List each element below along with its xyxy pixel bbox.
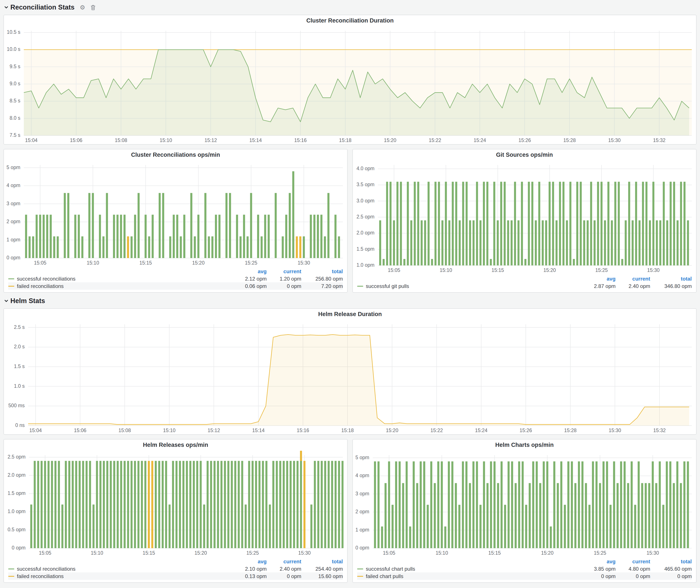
chevron-down-icon[interactable]	[4, 300, 8, 302]
legend-column-total[interactable]: total	[301, 558, 343, 564]
legend-stat-value: 2.10 opm	[232, 566, 267, 572]
panel-title[interactable]: Helm Charts ops/min	[353, 439, 696, 451]
svg-text:15:10: 15:10	[435, 550, 448, 556]
legend-series-label[interactable]: successful chart pulls	[357, 566, 581, 572]
legend-stat-value: 7.20 opm	[301, 283, 343, 289]
legend-stat-value: 0 opm	[616, 573, 650, 579]
svg-text:2.5 s: 2.5 s	[14, 324, 25, 330]
svg-text:0 opm: 0 opm	[6, 255, 20, 260]
legend-series-label[interactable]: successful git pulls	[357, 283, 581, 289]
svg-text:15:12: 15:12	[205, 137, 217, 143]
panel-title[interactable]: Helm Release Duration	[4, 309, 696, 320]
section-title[interactable]: Helm Stats	[10, 297, 45, 305]
svg-text:15:16: 15:16	[294, 137, 307, 143]
legend-header: avgcurrenttotal	[8, 268, 343, 275]
legend-column-avg[interactable]: avg	[581, 558, 616, 564]
panel-cluster-reconciliations-opm: Cluster Reconciliations ops/min 0 opm1 o…	[3, 149, 348, 293]
legend-stat-value: 4.80 opm	[616, 566, 650, 572]
helm-release-duration-chart[interactable]: 0 ns500 ms1.0 s1.5 s2.0 s2.5 s15:0415:06…	[4, 320, 696, 434]
svg-text:15:25: 15:25	[595, 267, 608, 273]
legend-column-avg[interactable]: avg	[232, 268, 267, 274]
svg-text:15:14: 15:14	[249, 137, 262, 143]
svg-text:2.0 opm: 2.0 opm	[356, 230, 374, 236]
legend-stat-value: 256.80 opm	[301, 276, 343, 282]
svg-text:15:25: 15:25	[594, 550, 606, 556]
series-color-dash-icon	[357, 568, 363, 569]
svg-text:3.0 opm: 3.0 opm	[356, 198, 374, 204]
svg-text:15:10: 15:10	[160, 137, 172, 143]
svg-text:2.5 opm: 2.5 opm	[8, 454, 26, 460]
svg-text:15:10: 15:10	[163, 428, 176, 433]
svg-text:15:20: 15:20	[541, 550, 554, 556]
svg-text:15:18: 15:18	[341, 428, 354, 433]
legend-series-label[interactable]: successful reconciliations	[8, 276, 232, 282]
svg-text:1 opm: 1 opm	[6, 237, 20, 242]
svg-text:2.0 s: 2.0 s	[14, 344, 25, 349]
cluster-reconciliations-opm-chart[interactable]: 0 opm1 opm2 opm3 opm4 opm5 opm15:0515:10…	[4, 161, 347, 267]
legend-stat-value: 2.40 opm	[267, 566, 301, 572]
legend: avgcurrenttotalsuccessful git pulls2.87 …	[353, 274, 696, 292]
trash-icon[interactable]	[90, 5, 95, 10]
section-helm-stats: Helm Stats	[4, 296, 697, 306]
legend-stat-value: 0.06 opm	[232, 283, 267, 289]
svg-text:15:30: 15:30	[647, 550, 659, 556]
panel-helm-release-duration: Helm Release Duration 0 ns500 ms1.0 s1.5…	[3, 308, 697, 435]
svg-text:10.0 s: 10.0 s	[7, 46, 20, 52]
svg-text:15:32: 15:32	[653, 137, 666, 143]
legend-series-label[interactable]: failed reconciliations	[8, 283, 232, 289]
grafana-dashboard: Reconciliation Stats ⚙︎ Cluster Reconcil…	[0, 0, 700, 588]
svg-text:1.5 opm: 1.5 opm	[356, 246, 374, 252]
cluster-reconciliation-duration-chart[interactable]: 7.5 s8.0 s8.5 s9.0 s9.5 s10.0 s10.5 s15:…	[4, 26, 696, 144]
legend-series-label[interactable]: failed chart pulls	[357, 573, 581, 579]
legend-row: failed reconciliations0.13 opm0 opm15.60…	[8, 572, 343, 580]
svg-text:15:10: 15:10	[91, 550, 103, 556]
panel-title[interactable]: Cluster Reconciliations ops/min	[4, 149, 347, 161]
legend-stat-value: 0 opm	[650, 573, 692, 579]
panel-title[interactable]: Helm Releases ops/min	[4, 439, 347, 451]
helm-charts-opm-chart[interactable]: 0 opm1 opm2 opm3 opm4 opm5 opm15:0515:10…	[353, 451, 696, 557]
legend-column-current[interactable]: current	[267, 558, 301, 564]
helm-releases-opm-chart[interactable]: 0 opm0.5 opm1.0 opm1.5 opm2.0 opm2.5 opm…	[4, 451, 347, 557]
svg-text:0 opm: 0 opm	[12, 545, 26, 551]
legend-series-label[interactable]: failed reconciliations	[8, 573, 232, 579]
legend-header: avgcurrenttotal	[357, 558, 692, 565]
chevron-down-icon[interactable]	[4, 6, 8, 9]
svg-text:15:08: 15:08	[115, 137, 127, 143]
legend-column-avg[interactable]: avg	[581, 276, 616, 282]
svg-text:2.0 opm: 2.0 opm	[8, 472, 26, 478]
legend-stat-value: 2.12 opm	[232, 276, 267, 282]
legend-column-total[interactable]: total	[301, 268, 343, 274]
legend-series-label[interactable]: successful reconciliations	[8, 566, 232, 572]
svg-text:15:05: 15:05	[383, 550, 395, 556]
legend-column-current[interactable]: current	[267, 268, 301, 274]
svg-text:9.0 s: 9.0 s	[10, 81, 20, 86]
gear-icon[interactable]: ⚙︎	[80, 4, 85, 10]
series-color-dash-icon	[8, 576, 14, 577]
svg-text:15:30: 15:30	[608, 137, 621, 143]
section-title[interactable]: Reconciliation Stats	[10, 3, 74, 11]
legend-column-current[interactable]: current	[616, 558, 650, 564]
svg-text:15:18: 15:18	[339, 137, 352, 143]
svg-text:1.5 opm: 1.5 opm	[8, 490, 26, 496]
git-sources-opm-chart[interactable]: 1.0 opm1.5 opm2.0 opm2.5 opm3.0 opm3.5 o…	[353, 161, 696, 274]
panel-title[interactable]: Git Sources ops/min	[353, 149, 696, 161]
svg-text:15:28: 15:28	[563, 137, 576, 143]
legend-column-total[interactable]: total	[650, 558, 692, 564]
legend-header: avgcurrenttotal	[357, 275, 692, 282]
svg-text:15:30: 15:30	[609, 428, 621, 433]
svg-text:4 opm: 4 opm	[6, 183, 20, 188]
svg-text:15:20: 15:20	[384, 137, 397, 143]
legend-column-current[interactable]: current	[616, 276, 650, 282]
svg-text:3 opm: 3 opm	[6, 201, 20, 206]
panel-helm-releases-opm: Helm Releases ops/min 0 opm0.5 opm1.0 op…	[3, 439, 348, 583]
svg-text:15:04: 15:04	[29, 428, 42, 433]
svg-text:15:05: 15:05	[39, 550, 52, 556]
svg-text:3.5 opm: 3.5 opm	[356, 182, 374, 187]
svg-text:8.0 s: 8.0 s	[10, 115, 20, 121]
panel-title[interactable]: Cluster Reconciliation Duration	[4, 15, 696, 26]
legend-stat-value: 1.20 opm	[267, 276, 301, 282]
svg-text:1.0 opm: 1.0 opm	[8, 509, 26, 514]
legend-column-avg[interactable]: avg	[232, 558, 267, 564]
series-color-dash-icon	[8, 286, 14, 286]
legend-column-total[interactable]: total	[650, 276, 692, 282]
